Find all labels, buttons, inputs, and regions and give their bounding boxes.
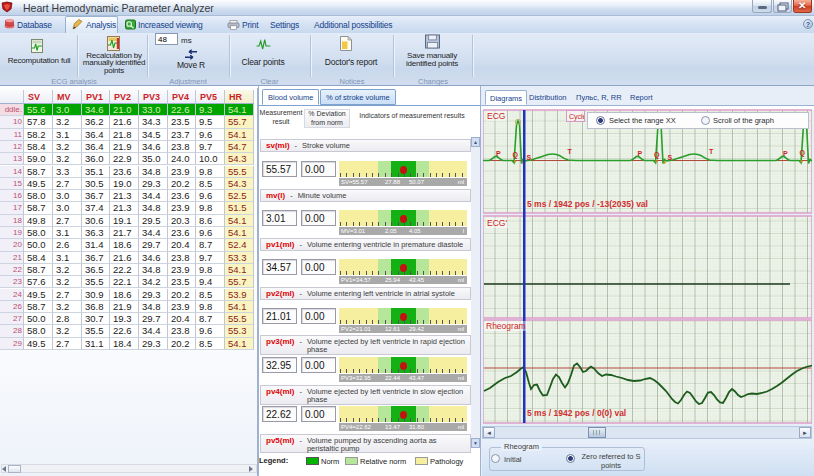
svg-text:P: P (638, 150, 643, 157)
svg-text:T: T (709, 148, 714, 155)
svg-text:P: P (496, 150, 501, 157)
svg-text:Q: Q (800, 149, 806, 157)
svg-text:P: P (783, 150, 788, 157)
svg-text:T: T (568, 148, 573, 155)
svg-text:S: S (527, 154, 532, 161)
svg-text:5 ms / 1942 pos / -13(2035) va: 5 ms / 1942 pos / -13(2035) val (527, 199, 648, 209)
svg-text:Q: Q (654, 151, 660, 159)
svg-text:Q: Q (513, 151, 519, 159)
svg-text:5 ms / 1942 pos / 0(0) val: 5 ms / 1942 pos / 0(0) val (527, 408, 626, 418)
svg-text:S: S (668, 154, 673, 161)
